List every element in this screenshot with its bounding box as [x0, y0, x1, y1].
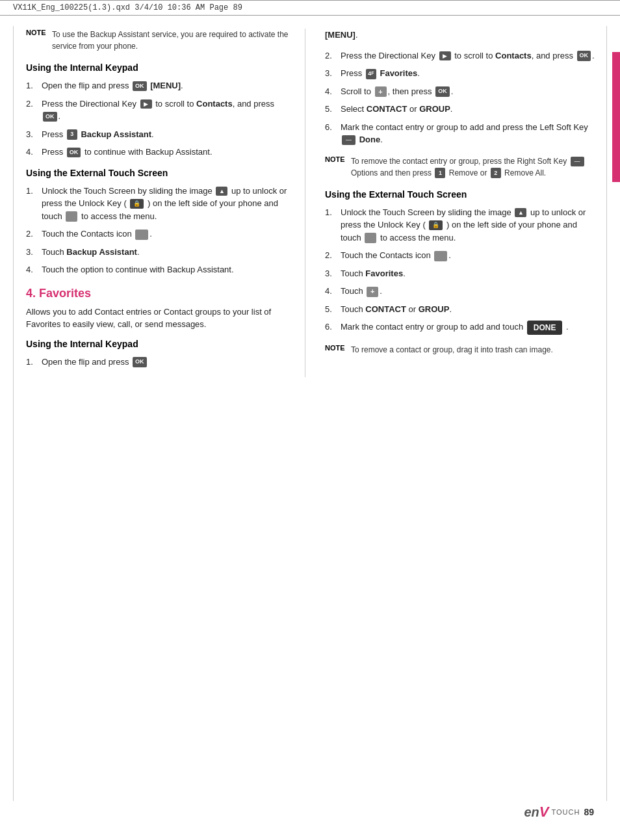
list-item: 3. Press 4F Favorites.	[325, 67, 598, 80]
menu-grid-icon	[66, 211, 77, 222]
right-top-list: 2. Press the Directional Key ▶ to scroll…	[325, 49, 598, 146]
section1-list: 1. Open the flip and press OK [MENU]. 2.…	[26, 79, 292, 159]
note-text-2: To remove the contact entry or group, pr…	[351, 155, 598, 179]
up-arrow-icon: ▲	[515, 208, 526, 217]
note-block-3: NOTE To remove a contact or group, drag …	[325, 344, 598, 356]
note-label-1: NOTE	[26, 29, 47, 52]
menu-grid-icon	[365, 233, 376, 243]
page-number: 89	[584, 807, 594, 817]
note-label-3: NOTE	[325, 344, 346, 356]
list-item: 1. Unlock the Touch Screen by sliding th…	[325, 206, 598, 244]
soft-key-icon: —	[342, 135, 355, 146]
list-item: 4. Touch +.	[325, 285, 598, 298]
brand-logo: enV	[524, 804, 549, 820]
plus-icon: +	[375, 86, 387, 97]
section2-list: 1. Unlock the Touch Screen by sliding th…	[26, 185, 292, 276]
list-item: 4. Scroll to +, then press OK.	[325, 85, 598, 98]
done-button: DONE	[527, 321, 563, 335]
left-column: NOTE To use the Backup Assistant service…	[26, 29, 305, 377]
list-item: 3. Press 3 Backup Assistant.	[26, 128, 292, 141]
section3-list: 1. Open the flip and press OK	[26, 356, 292, 369]
main-content: NOTE To use the Backup Assistant service…	[0, 16, 620, 390]
section4-list: 1. Unlock the Touch Screen by sliding th…	[325, 206, 598, 335]
ok-icon: OK	[43, 112, 57, 122]
list-item: 2. Touch the Contacts icon .	[325, 249, 598, 262]
section1-heading: Using the Internal Keypad	[26, 62, 292, 73]
contacts-icon	[434, 251, 447, 261]
section3-heading: Using the Internal Keypad	[26, 339, 292, 349]
list-item: 3. Touch Backup Assistant.	[26, 246, 292, 259]
list-item: 1. Open the flip and press OK [MENU].	[26, 79, 292, 92]
left-margin-line	[13, 26, 14, 801]
section2-heading: Using the External Touch Screen	[26, 168, 292, 178]
list-item: 6. Mark the contact entry or group to ad…	[325, 121, 598, 146]
num2-icon: 2	[491, 168, 501, 178]
pink-accent-bar	[612, 52, 620, 182]
note-text-1: To use the Backup Assistant service, you…	[52, 29, 292, 52]
num1-icon: 1	[435, 168, 445, 178]
note-block-2: NOTE To remove the contact entry or grou…	[325, 155, 598, 179]
arrow-icon: ▶	[140, 99, 152, 109]
num4-icon: 4F	[366, 69, 376, 79]
list-item: 1. Open the flip and press OK	[26, 356, 292, 369]
list-item: 4. Press OK to continue with Backup Assi…	[26, 146, 292, 159]
arrow-icon: ▶	[439, 51, 451, 60]
list-item: 1. Unlock the Touch Screen by sliding th…	[26, 185, 292, 223]
unlock-key-icon: 🔒	[130, 199, 144, 209]
list-item: 2. Press the Directional Key ▶ to scroll…	[26, 98, 292, 123]
ok-icon: OK	[67, 148, 81, 158]
up-arrow-icon: ▲	[216, 187, 227, 196]
top-bar: VX11K_Eng_100225(1.3).qxd 3/4/10 10:36 A…	[0, 0, 620, 16]
ok-icon: OK	[133, 357, 147, 367]
list-item: 5. Touch CONTACT or GROUP.	[325, 303, 598, 316]
footer: enV TOUCH 89	[524, 804, 594, 820]
section4-heading: Using the External Touch Screen	[325, 189, 598, 200]
list-item: 4. Touch the option to continue with Bac…	[26, 263, 292, 276]
note-label-2: NOTE	[325, 155, 346, 179]
list-item: 2. Press the Directional Key ▶ to scroll…	[325, 49, 598, 62]
top-bar-text: VX11K_Eng_100225(1.3).qxd 3/4/10 10:36 A…	[13, 3, 242, 12]
list-item: 6. Mark the contact entry or group to ad…	[325, 321, 598, 335]
right-margin-line	[606, 26, 607, 801]
list-item: 3. Touch Favorites.	[325, 267, 598, 280]
right-menu-intro: [MENU].	[325, 29, 598, 42]
unlock-key-icon: 🔒	[429, 220, 443, 231]
list-item: 5. Select CONTACT or GROUP.	[325, 103, 598, 116]
footer-touch-label: TOUCH	[552, 808, 580, 816]
num3-icon: 3	[67, 129, 77, 140]
ok-icon: OK	[133, 81, 147, 92]
plus-icon: +	[367, 287, 378, 297]
right-soft-key-icon: —	[571, 157, 584, 167]
favorites-para: Allows you to add Contact entries or Con…	[26, 306, 292, 331]
note-text-3: To remove a contact or group, drag it in…	[351, 344, 553, 356]
right-column: [MENU]. 2. Press the Directional Key ▶ t…	[305, 29, 598, 377]
contacts-icon	[135, 230, 148, 240]
ok-icon: OK	[577, 51, 591, 61]
note-block-1: NOTE To use the Backup Assistant service…	[26, 29, 292, 52]
ok-icon: OK	[435, 86, 450, 97]
favorites-heading: 4. Favorites	[26, 287, 292, 300]
list-item: 2. Touch the Contacts icon .	[26, 228, 292, 241]
